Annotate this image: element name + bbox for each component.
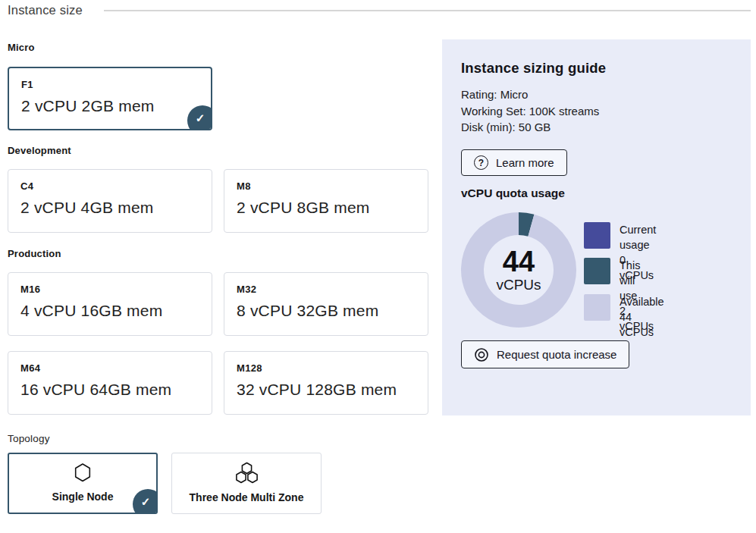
guide-working-set: Working Set: 100K streams [461, 103, 599, 120]
donut-arcs [460, 212, 577, 328]
topology-card-single-node[interactable]: Single Node ✓ [8, 453, 158, 514]
legend-value: 44 vCPUs [620, 309, 664, 340]
learn-more-label: Learn more [496, 156, 554, 169]
size-card-tag: M128 [237, 362, 416, 374]
three-hexagons-icon [234, 462, 260, 485]
size-card-tag: M64 [20, 362, 199, 374]
size-card-tag: M8 [237, 180, 416, 192]
topology-option-label: Three Node Multi Zone [190, 491, 304, 503]
guide-info: Rating: Micro Working Set: 100K streams … [461, 86, 599, 136]
page-title: Instance size [8, 3, 83, 17]
instance-size-page: Instance size Micro F1 2 vCPU 2GB mem ✓ … [0, 0, 756, 533]
size-card-tag: M32 [237, 284, 416, 295]
request-quota-label: Request quota increase [497, 348, 616, 361]
topology-option-label: Single Node [52, 491, 114, 503]
size-card-m8[interactable]: M8 2 vCPU 8GB mem [224, 169, 428, 233]
size-card-spec: 2 vCPU 4GB mem [20, 199, 199, 217]
question-icon: ? [474, 155, 488, 170]
size-card-m32[interactable]: M32 8 vCPU 32GB mem [224, 272, 428, 336]
legend-label: Current usage [620, 222, 656, 252]
legend-swatch-current-usage [584, 222, 610, 249]
size-card-tag: F1 [21, 79, 199, 90]
size-card-f1[interactable]: F1 2 vCPU 2GB mem ✓ [8, 67, 212, 130]
size-card-spec: 8 vCPU 32GB mem [237, 302, 416, 320]
legend-swatch-available [584, 294, 610, 321]
size-card-m64[interactable]: M64 16 vCPU 64GB mem [8, 351, 212, 415]
guide-rating: Rating: Micro [461, 86, 599, 103]
size-card-c4[interactable]: C4 2 vCPU 4GB mem [8, 169, 212, 233]
size-card-spec: 32 vCPU 128GB mem [237, 381, 416, 399]
guide-disk: Disk (min): 50 GB [461, 119, 599, 136]
learn-more-button[interactable]: ? Learn more [461, 149, 567, 176]
size-card-spec: 4 vCPU 16GB mem [20, 302, 199, 320]
single-hexagon-icon [74, 462, 92, 483]
selected-check-badge: ✓ [187, 105, 212, 130]
size-card-spec: 2 vCPU 2GB mem [21, 97, 199, 115]
instance-sizing-guide-panel: Instance sizing guide Rating: Micro Work… [442, 39, 751, 415]
section-label-production: Production [8, 248, 61, 259]
legend-swatch-this-will-use [584, 258, 610, 284]
guide-title: Instance sizing guide [461, 60, 606, 77]
header-divider [104, 10, 751, 11]
size-card-m128[interactable]: M128 32 vCPU 128GB mem [224, 351, 428, 415]
request-quota-increase-button[interactable]: Request quota increase [461, 340, 629, 368]
check-icon: ✓ [141, 495, 151, 509]
legend-label: Available [620, 294, 664, 309]
check-icon: ✓ [196, 111, 205, 125]
size-card-spec: 2 vCPU 8GB mem [237, 199, 416, 217]
vcpu-quota-donut-chart: 44 vCPUs [460, 212, 577, 328]
size-card-tag: M16 [20, 284, 199, 295]
section-label-micro: Micro [8, 42, 35, 53]
size-card-m16[interactable]: M16 4 vCPU 16GB mem [8, 272, 212, 336]
legend-item-available: Available 44 vCPUs [584, 294, 664, 340]
topology-card-three-node-multi-zone[interactable]: Three Node Multi Zone [171, 453, 322, 514]
selected-check-badge: ✓ [133, 489, 158, 514]
section-label-development: Development [8, 145, 71, 156]
size-card-tag: C4 [20, 180, 199, 192]
section-label-topology: Topology [8, 433, 50, 444]
quota-usage-title: vCPU quota usage [461, 187, 565, 200]
size-card-spec: 16 vCPU 64GB mem [20, 381, 199, 399]
quota-target-icon [474, 347, 489, 362]
